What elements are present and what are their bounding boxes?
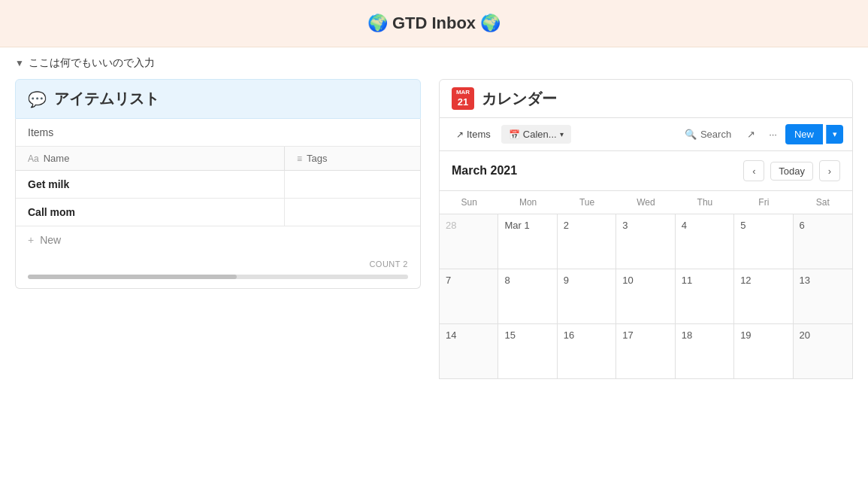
day-cell[interactable]: 8 (498, 269, 557, 323)
cell-name: Get milk (16, 171, 285, 198)
search-button[interactable]: 🔍 Search (677, 125, 739, 144)
day-cell[interactable]: 20 (794, 324, 852, 378)
search-label: Search (700, 129, 731, 140)
ellipsis-icon: ··· (769, 129, 777, 140)
more-options-btn[interactable]: ··· (764, 125, 782, 144)
day-header-thu: Thu (676, 191, 734, 214)
chevron-down-icon: ▾ (833, 129, 837, 138)
cal-month-abbr: MAR (456, 89, 470, 96)
items-section-label: Items (16, 119, 420, 147)
item-list-title: アイテムリスト (54, 89, 159, 109)
item-list-title-bar: 💬 アイテムリスト (15, 79, 421, 119)
new-button-dropdown[interactable]: ▾ (826, 125, 843, 144)
day-header-wed: Wed (616, 191, 675, 214)
day-header-sun: Sun (440, 191, 498, 214)
day-cell[interactable]: 15 (498, 324, 557, 378)
cell-name: Call mom (16, 199, 285, 226)
toolbar-items-label: Items (467, 129, 491, 140)
list-icon: ≡ (297, 153, 302, 164)
day-header-tue: Tue (558, 191, 616, 214)
table-row[interactable]: Get milk (16, 171, 420, 199)
calendar-date-icon: MAR 21 (452, 87, 474, 110)
today-btn[interactable]: Today (770, 162, 813, 181)
left-panel: 💬 アイテムリスト Items Aa Name ≡ Tags Get milk (15, 79, 421, 379)
col-name-header: Aa Name (16, 147, 285, 170)
day-cell[interactable]: 2 (558, 214, 616, 269)
aa-icon: Aa (28, 153, 39, 164)
scroll-bar[interactable] (16, 272, 420, 288)
right-panel: MAR 21 カレンダー ↗ Items 📅 Calen... ▾ 🔍 Sear… (439, 79, 853, 379)
day-header-fri: Fri (734, 191, 793, 214)
item-list-container: Items Aa Name ≡ Tags Get milk Call mom (15, 119, 421, 289)
calendar-main: March 2021 ‹ Today › Sun Mon Tue Wed Thu… (439, 151, 853, 379)
day-cell[interactable]: 7 (440, 269, 498, 323)
table-header: Aa Name ≡ Tags (16, 147, 420, 171)
day-cell[interactable]: 3 (616, 214, 675, 269)
day-cell[interactable]: + 28 (440, 214, 498, 269)
day-cell[interactable]: 12 (734, 269, 793, 323)
day-cell[interactable]: 4 (676, 214, 734, 269)
day-header-mon: Mon (498, 191, 557, 214)
day-cell[interactable]: 19 (734, 324, 793, 378)
calendar-title: カレンダー (482, 89, 557, 109)
table-row[interactable]: Call mom (16, 199, 420, 226)
toolbar-items-btn[interactable]: ↗ Items (449, 125, 498, 144)
toolbar-calendar-btn[interactable]: 📅 Calen... ▾ (501, 125, 571, 144)
count-bar: COUNT 2 (16, 254, 420, 272)
cell-tags (285, 171, 420, 198)
chevron-down-icon: ▾ (560, 130, 564, 138)
search-icon: 🔍 (685, 129, 697, 140)
main-content: 💬 アイテムリスト Items Aa Name ≡ Tags Get milk (0, 79, 868, 394)
cal-prev-btn[interactable]: ‹ (743, 160, 764, 181)
day-cell[interactable]: 14 (440, 324, 498, 378)
day-cell[interactable]: 16 (558, 324, 616, 378)
expand-icon-btn[interactable]: ↗ (742, 125, 761, 144)
day-cell[interactable]: + Mar 1 (498, 214, 557, 269)
cal-nav-group: ‹ Today › (743, 160, 840, 181)
cal-small-icon: 📅 (509, 129, 520, 140)
new-button[interactable]: New (785, 124, 823, 144)
triangle-icon: ▼ (15, 58, 24, 68)
day-header-sat: Sat (794, 191, 852, 214)
week-row: 7 8 9 10 11 12 13 (440, 269, 852, 324)
day-cell[interactable]: 13 (794, 269, 852, 323)
col-tags-header: ≡ Tags (285, 147, 420, 170)
scroll-track (28, 275, 408, 279)
new-item-label: New (40, 234, 61, 246)
top-section: ▼ ここは何でもいいので入力 (0, 47, 868, 79)
day-cell[interactable]: 9 (558, 269, 616, 323)
arrow-ne-icon: ↗ (456, 129, 464, 140)
expand-icon: ↗ (747, 129, 755, 140)
calendar-toolbar: ↗ Items 📅 Calen... ▾ 🔍 Search ↗ ··· New (439, 118, 853, 151)
cal-next-btn[interactable]: › (819, 160, 840, 181)
cal-month-year: March 2021 (452, 164, 517, 178)
day-cell[interactable]: 6 (794, 214, 852, 269)
day-headers: Sun Mon Tue Wed Thu Fri Sat (440, 191, 852, 214)
calendar-nav: March 2021 ‹ Today › (440, 151, 852, 191)
toolbar-calendar-label: Calen... (523, 129, 557, 140)
plus-icon: + (28, 234, 34, 246)
cell-tags (285, 199, 420, 226)
week-row: 14 15 16 17 18 19 20 (440, 324, 852, 378)
week-row: + 28 + Mar 1 2 3 4 5 (440, 214, 852, 269)
day-cell[interactable]: 5 (734, 214, 793, 269)
day-cell[interactable]: 17 (616, 324, 675, 378)
cal-day-num: 21 (458, 96, 468, 108)
day-cell[interactable]: 18 (676, 324, 734, 378)
speech-bubble-icon: 💬 (28, 90, 47, 108)
day-cell[interactable]: 10 (616, 269, 675, 323)
scroll-thumb (28, 275, 237, 279)
day-cell[interactable]: 11 (676, 269, 734, 323)
page-header: 🌍 GTD Inbox 🌍 (0, 0, 868, 47)
breadcrumb-label: ここは何でもいいので入力 (29, 56, 155, 70)
calendar-title-bar: MAR 21 カレンダー (439, 79, 853, 118)
new-item-row[interactable]: + New (16, 226, 420, 254)
